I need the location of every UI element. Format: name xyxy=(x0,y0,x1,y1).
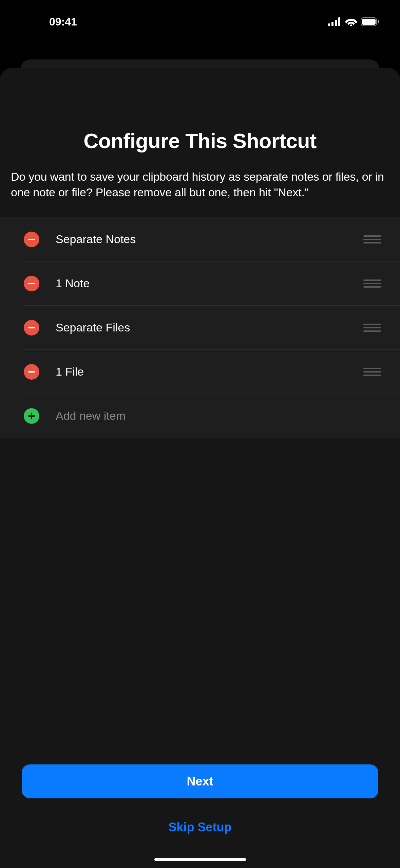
svg-point-5 xyxy=(350,24,352,26)
home-indicator[interactable] xyxy=(154,858,246,861)
drag-handle-icon[interactable] xyxy=(363,368,384,376)
add-icon[interactable] xyxy=(24,408,39,424)
drag-handle-icon[interactable] xyxy=(363,324,384,332)
item-label: 1 File xyxy=(56,365,363,378)
status-bar: 09:41 xyxy=(0,0,400,34)
sheet-title: Configure This Shortcut xyxy=(11,129,389,153)
remove-icon[interactable] xyxy=(24,364,39,380)
svg-rect-0 xyxy=(328,23,330,26)
list-item[interactable]: 1 File xyxy=(0,350,400,394)
list-item[interactable]: 1 Note xyxy=(0,261,400,306)
status-time: 09:41 xyxy=(49,16,77,28)
skip-setup-button[interactable]: Skip Setup xyxy=(22,814,378,841)
cellular-signal-icon xyxy=(328,17,342,26)
remove-icon[interactable] xyxy=(24,232,39,247)
svg-rect-3 xyxy=(338,17,340,26)
battery-icon xyxy=(361,17,380,26)
configure-sheet: Configure This Shortcut Do you want to s… xyxy=(0,68,400,868)
list-item[interactable]: Separate Notes xyxy=(0,217,400,261)
status-icons xyxy=(328,17,380,26)
item-label: 1 Note xyxy=(56,277,363,290)
add-new-item[interactable]: Add new item xyxy=(0,394,400,438)
add-label: Add new item xyxy=(56,409,384,422)
item-label: Separate Files xyxy=(56,321,363,334)
svg-rect-7 xyxy=(362,19,376,25)
drag-handle-icon[interactable] xyxy=(363,279,384,288)
remove-icon[interactable] xyxy=(24,320,39,336)
next-button[interactable]: Next xyxy=(22,764,378,798)
sheet-description: Do you want to save your clipboard histo… xyxy=(11,169,389,200)
drag-handle-icon[interactable] xyxy=(363,235,384,243)
svg-rect-2 xyxy=(335,20,337,26)
svg-rect-1 xyxy=(331,22,334,26)
item-label: Separate Notes xyxy=(56,233,363,246)
list-item[interactable]: Separate Files xyxy=(0,306,400,350)
footer: Next Skip Setup xyxy=(0,764,400,868)
sheet-header: Configure This Shortcut Do you want to s… xyxy=(0,68,400,217)
svg-rect-8 xyxy=(378,20,379,23)
options-list: Separate Notes 1 Note Separate Files 1 F… xyxy=(0,217,400,438)
remove-icon[interactable] xyxy=(24,276,39,291)
wifi-icon xyxy=(345,17,357,26)
